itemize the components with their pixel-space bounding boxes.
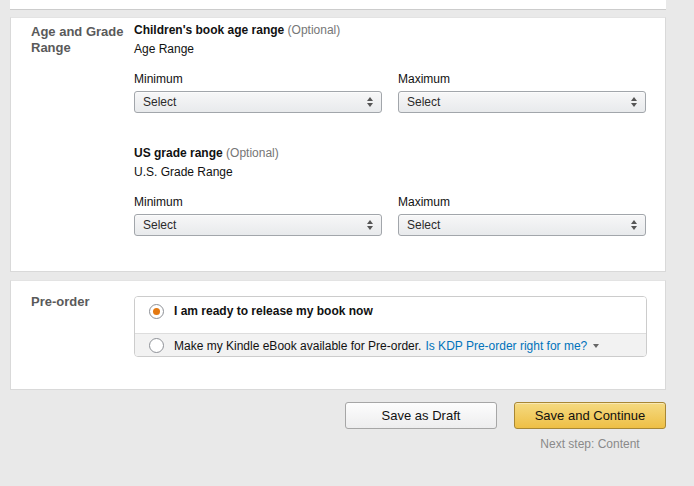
previous-card-bottom-strip (10, 0, 666, 10)
grade-maximum-label: Maximum (398, 195, 646, 209)
preorder-release-now-label: I am ready to release my book now (174, 304, 373, 318)
grade-minimum-column: Minimum Select (134, 195, 382, 236)
us-grade-range-optional: (Optional) (226, 146, 279, 160)
grade-minimum-select[interactable]: Select (134, 214, 382, 236)
age-maximum-select-value: Select (407, 95, 631, 109)
age-minimum-column: Minimum Select (134, 72, 382, 113)
kdp-book-details-page: Age and Grade Range Children's book age … (0, 0, 694, 486)
preorder-option-release-now[interactable]: I am ready to release my book now (135, 297, 646, 333)
age-minimum-label: Minimum (134, 72, 382, 86)
select-stepper-icon (631, 220, 637, 230)
children-age-range-group: Children's book age range (Optional) Age… (134, 24, 647, 113)
age-maximum-select[interactable]: Select (398, 91, 646, 113)
age-maximum-label: Maximum (398, 72, 646, 86)
content-column: Age and Grade Range Children's book age … (10, 0, 666, 451)
age-minimum-select[interactable]: Select (134, 91, 382, 113)
us-grade-range-subtitle: U.S. Grade Range (134, 165, 647, 179)
age-range-select-row: Minimum Select Maximum Select (134, 72, 647, 113)
children-age-range-title-text: Children's book age range (134, 23, 284, 37)
us-grade-range-title: US grade range (Optional) (134, 147, 647, 160)
grade-range-select-row: Minimum Select Maximum Select (134, 195, 647, 236)
section-heading-preorder: Pre-order (31, 294, 134, 389)
grade-minimum-select-value: Select (143, 218, 367, 232)
form-actions: Save as Draft Save and Continue Next ste… (10, 402, 666, 451)
children-age-range-title: Children's book age range (Optional) (134, 24, 647, 37)
grade-maximum-select-value: Select (407, 218, 631, 232)
us-grade-range-group: US grade range (Optional) U.S. Grade Ran… (134, 147, 647, 236)
section-heading-age-grade: Age and Grade Range (31, 24, 134, 271)
select-stepper-icon (367, 220, 373, 230)
kdp-preorder-help-link[interactable]: Is KDP Pre-order right for me? (425, 339, 587, 353)
age-maximum-column: Maximum Select (398, 72, 646, 113)
select-stepper-icon (631, 97, 637, 107)
save-and-continue-button[interactable]: Save and Continue (514, 402, 666, 429)
grade-maximum-column: Maximum Select (398, 195, 646, 236)
grade-maximum-select[interactable]: Select (398, 214, 646, 236)
grade-minimum-label: Minimum (134, 195, 382, 209)
select-stepper-icon (367, 97, 373, 107)
save-as-draft-button[interactable]: Save as Draft (345, 402, 497, 429)
age-grade-fields: Children's book age range (Optional) Age… (134, 24, 647, 271)
radio-selected-icon[interactable] (149, 304, 164, 319)
next-step-text: Next step: Content (514, 437, 666, 451)
radio-unselected-icon[interactable] (149, 338, 164, 353)
preorder-option-make-available[interactable]: Make my Kindle eBook available for Pre-o… (135, 333, 646, 357)
us-grade-range-title-text: US grade range (134, 146, 223, 160)
age-grade-range-section: Age and Grade Range Children's book age … (10, 17, 666, 272)
age-minimum-select-value: Select (143, 95, 367, 109)
preorder-section: Pre-order I am ready to release my book … (10, 280, 666, 390)
button-row: Save as Draft Save and Continue (345, 402, 666, 429)
preorder-make-available-label: Make my Kindle eBook available for Pre-o… (174, 339, 421, 353)
children-age-range-optional: (Optional) (288, 23, 341, 37)
caret-down-icon[interactable] (593, 344, 599, 348)
preorder-options-box: I am ready to release my book now Make m… (134, 296, 647, 357)
children-age-range-subtitle: Age Range (134, 42, 647, 56)
